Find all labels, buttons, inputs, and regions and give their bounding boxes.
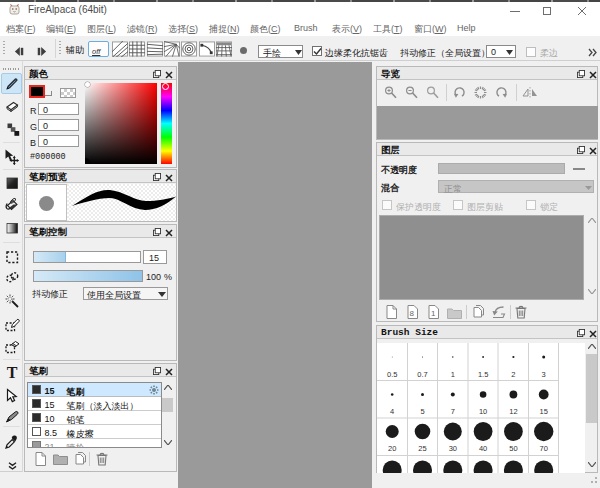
svg-text:10: 10 <box>479 407 487 416</box>
svg-text:50: 50 <box>509 444 517 453</box>
svg-text:12: 12 <box>509 407 517 416</box>
svg-text:5: 5 <box>420 407 424 416</box>
svg-text:2: 2 <box>511 370 515 379</box>
svg-text:0.7: 0.7 <box>417 370 427 379</box>
svg-text:T: T <box>6 364 17 380</box>
svg-text:3: 3 <box>542 370 546 379</box>
svg-text:1: 1 <box>431 309 436 318</box>
svg-text:7: 7 <box>451 407 455 416</box>
svg-text:30: 30 <box>449 444 457 453</box>
svg-text:4: 4 <box>390 407 394 416</box>
svg-text:8: 8 <box>410 309 415 318</box>
svg-text:20: 20 <box>388 444 396 453</box>
svg-text:25: 25 <box>418 444 426 453</box>
svg-text:1.5: 1.5 <box>478 370 488 379</box>
svg-text:1: 1 <box>451 370 455 379</box>
svg-text:40: 40 <box>479 444 487 453</box>
svg-text:0.5: 0.5 <box>387 370 397 379</box>
svg-text:15: 15 <box>540 407 548 416</box>
svg-text:70: 70 <box>540 444 548 453</box>
